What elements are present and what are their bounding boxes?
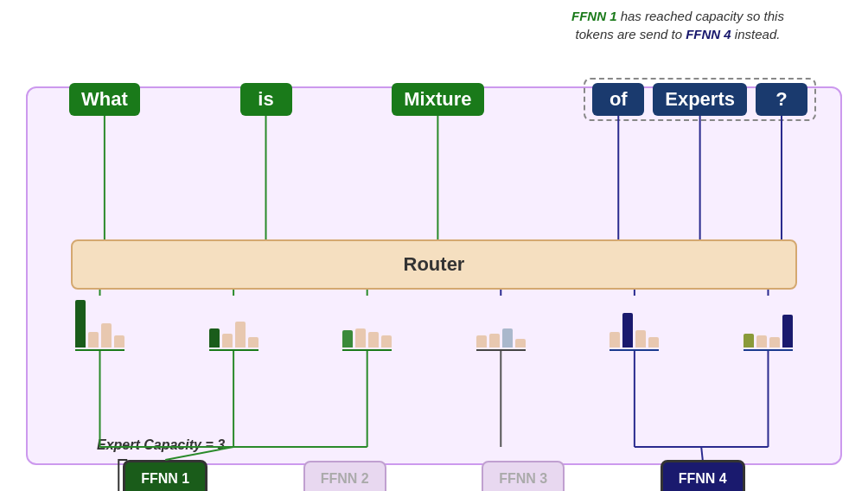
bar-3-0 bbox=[476, 335, 487, 348]
bar-2-3 bbox=[381, 335, 392, 348]
bars-4 bbox=[610, 296, 659, 348]
token-box-of: of bbox=[592, 83, 644, 116]
dashed-token-group: ofExperts? bbox=[584, 78, 816, 121]
bar-4-0 bbox=[610, 332, 620, 348]
bar-0-3 bbox=[114, 335, 124, 348]
bar-3-1 bbox=[489, 334, 500, 348]
bar-line-1 bbox=[209, 349, 258, 351]
token-box-?: ? bbox=[756, 83, 807, 116]
barchart-group-4 bbox=[610, 296, 659, 351]
token-box-mixture: Mixture bbox=[392, 83, 483, 116]
bar-1-2 bbox=[235, 322, 246, 348]
bar-1-0 bbox=[209, 328, 220, 348]
barchart-group-3 bbox=[476, 296, 526, 351]
bars-3 bbox=[476, 296, 526, 348]
annotation-part3: instead. bbox=[731, 27, 781, 41]
bar-2-0 bbox=[342, 330, 353, 348]
annotation-part2: tokens are send to bbox=[576, 27, 682, 41]
bar-5-3 bbox=[782, 315, 793, 348]
barchart-group-1 bbox=[209, 296, 258, 351]
barchart-group-0 bbox=[75, 296, 124, 351]
bar-line-0 bbox=[75, 349, 124, 351]
ffnn1-label: FFNN 1 bbox=[571, 9, 617, 23]
bar-line-4 bbox=[610, 349, 659, 351]
bar-3-2 bbox=[502, 328, 513, 348]
router-box: Router bbox=[71, 239, 797, 290]
bars-1 bbox=[209, 296, 258, 348]
ffnn-box-1: FFNN 2 bbox=[303, 461, 386, 491]
bar-2-2 bbox=[368, 332, 379, 348]
barcharts-row bbox=[75, 296, 793, 351]
bar-5-0 bbox=[744, 334, 754, 348]
bar-5-1 bbox=[756, 335, 767, 348]
bars-0 bbox=[75, 296, 124, 348]
token-box-what: What bbox=[69, 83, 140, 116]
annotation: FFNN 1 has reached capacity so this toke… bbox=[514, 7, 842, 43]
ffnn-box-3: FFNN 4 bbox=[661, 460, 745, 491]
bar-2-1 bbox=[355, 328, 366, 348]
bar-4-2 bbox=[635, 330, 646, 348]
bars-5 bbox=[744, 296, 793, 348]
bar-0-0 bbox=[75, 300, 86, 348]
bar-1-3 bbox=[248, 337, 258, 348]
router-label: Router bbox=[404, 253, 465, 275]
bars-2 bbox=[342, 296, 392, 348]
ffnn-box-2: FFNN 3 bbox=[482, 461, 565, 491]
barchart-group-2 bbox=[342, 296, 392, 351]
ffnn-box-0: FFNN 1 bbox=[123, 460, 207, 491]
annotation-part1: has reached capacity so this bbox=[617, 9, 784, 23]
token-box-is: is bbox=[240, 83, 292, 116]
bar-line-2 bbox=[342, 349, 392, 351]
bar-4-3 bbox=[648, 337, 659, 348]
bar-line-3 bbox=[476, 349, 526, 351]
bar-3-3 bbox=[515, 339, 526, 348]
bar-0-2 bbox=[101, 323, 112, 348]
bar-5-2 bbox=[769, 337, 780, 348]
token-box-experts: Experts bbox=[653, 83, 747, 116]
main-diagram-container: Router FFNN 1FFNN 2FFNN 3FFNN 4 Expert C… bbox=[26, 86, 842, 465]
bar-0-1 bbox=[88, 332, 99, 348]
tokens-row: WhatisMixtureofExperts? bbox=[69, 78, 816, 121]
barchart-group-5 bbox=[744, 296, 793, 351]
ffnn4-label: FFNN 4 bbox=[686, 27, 731, 41]
bar-line-5 bbox=[744, 349, 793, 351]
expert-capacity-label: Expert Capacity = 3 bbox=[97, 437, 225, 453]
bar-4-1 bbox=[622, 313, 633, 348]
ffnn-row: FFNN 1FFNN 2FFNN 3FFNN 4 bbox=[75, 460, 793, 491]
bar-1-1 bbox=[222, 334, 233, 348]
